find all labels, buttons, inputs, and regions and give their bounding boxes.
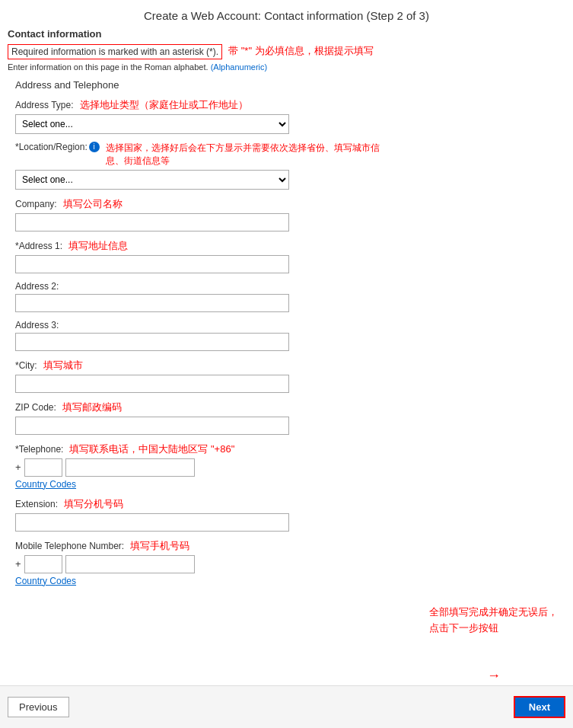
extension-group: Extension: 填写分机号码	[15, 497, 558, 532]
address2-label: Address 2:	[15, 281, 558, 292]
required-annotation: 带 "*" 为必填信息，根据提示填写	[228, 44, 374, 58]
address1-group: *Address 1: 填写地址信息	[15, 239, 558, 273]
city-label: *City:	[15, 360, 37, 371]
address2-input[interactable]	[15, 294, 289, 312]
company-annotation: 填写公司名称	[63, 197, 123, 211]
address-type-label: Address Type:	[15, 100, 74, 110]
mobile-group: Mobile Telephone Number: 填写手机号码 + Countr…	[15, 539, 558, 586]
address-type-annotation: 选择地址类型（家庭住址或工作地址）	[80, 98, 248, 112]
address1-annotation: 填写地址信息	[68, 239, 128, 253]
address3-input[interactable]	[15, 333, 289, 351]
extension-annotation: 填写分机号码	[64, 497, 123, 511]
address-type-select[interactable]: Select one... Home Work	[15, 114, 289, 134]
location-select[interactable]: Select one...	[15, 170, 289, 190]
address3-group: Address 3:	[15, 320, 558, 351]
mobile-country-code-input[interactable]	[24, 555, 62, 573]
address3-label: Address 3:	[15, 320, 558, 330]
zip-group: ZIP Code: 填写邮政编码	[15, 401, 558, 435]
zip-annotation: 填写邮政编码	[62, 401, 122, 414]
city-input[interactable]	[15, 375, 289, 393]
telephone-plus-sign: +	[15, 461, 21, 473]
next-arrow-annotation: →	[487, 668, 501, 684]
mobile-number-input[interactable]	[65, 555, 195, 573]
mobile-label: Mobile Telephone Number:	[15, 541, 124, 551]
next-button[interactable]: Next	[514, 696, 565, 718]
location-label: *Location/Region:	[15, 142, 88, 152]
telephone-annotation: 填写联系电话，中国大陆地区写 "+86"	[69, 442, 234, 456]
roman-note: Enter information on this page in the Ro…	[8, 62, 565, 72]
telephone-country-codes-link[interactable]: Country Codes	[15, 479, 558, 490]
company-group: Company: 填写公司名称	[15, 197, 558, 231]
footer-bar: Previous → Next	[0, 685, 573, 728]
extension-label: Extension:	[15, 499, 58, 509]
location-group: *Location/Region: i 选择国家，选择好后会在下方显示并需要依次…	[15, 142, 558, 190]
contact-section-header: Contact information	[8, 28, 565, 40]
location-annotation: 选择国家，选择好后会在下方显示并需要依次选择省份、填写城市信息、街道信息等	[106, 142, 395, 168]
address-section-label: Address and Telephone	[15, 79, 565, 91]
previous-button[interactable]: Previous	[8, 697, 69, 717]
mobile-annotation: 填写手机号码	[130, 539, 189, 553]
company-input[interactable]	[15, 213, 289, 231]
page-title: Create a Web Account: Contact informatio…	[0, 0, 573, 28]
telephone-number-input[interactable]	[65, 458, 195, 477]
address1-label: *Address 1:	[15, 241, 62, 251]
extension-input[interactable]	[15, 513, 289, 532]
zip-input[interactable]	[15, 417, 289, 435]
telephone-country-code-input[interactable]	[24, 458, 62, 477]
telephone-group: *Telephone: 填写联系电话，中国大陆地区写 "+86" + Count…	[15, 442, 558, 490]
address2-group: Address 2:	[15, 281, 558, 312]
mobile-country-codes-link[interactable]: Country Codes	[15, 576, 558, 586]
next-step-annotation: 全部填写完成并确定无误后， 点击下一步按钮	[429, 605, 558, 637]
city-annotation: 填写城市	[43, 359, 83, 372]
city-group: *City: 填写城市	[15, 359, 558, 393]
required-note-box: Required information is marked with an a…	[8, 44, 222, 59]
location-info-icon[interactable]: i	[89, 142, 100, 152]
telephone-label: *Telephone:	[15, 444, 63, 455]
zip-label: ZIP Code:	[15, 402, 56, 413]
company-label: Company:	[15, 199, 57, 209]
address1-input[interactable]	[15, 255, 289, 273]
mobile-plus-sign: +	[15, 558, 21, 570]
address-type-group: Address Type: 选择地址类型（家庭住址或工作地址） Select o…	[15, 98, 558, 134]
